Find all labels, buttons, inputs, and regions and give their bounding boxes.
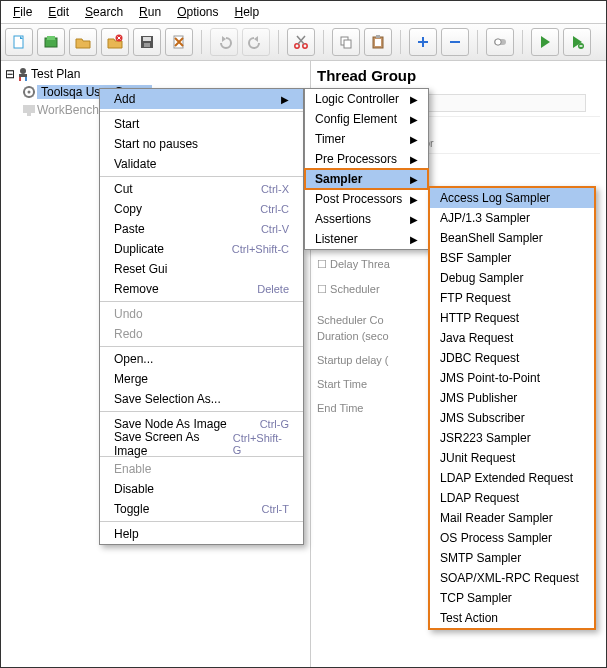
sampler-tcp-sampler[interactable]: TCP Sampler — [430, 588, 594, 608]
toolbar — [1, 24, 606, 61]
close-button[interactable] — [101, 28, 129, 56]
save-template-button[interactable] — [165, 28, 193, 56]
sampler-jsr223-sampler[interactable]: JSR223 Sampler — [430, 428, 594, 448]
cm-merge[interactable]: Merge — [100, 369, 303, 389]
sampler-bsf-sampler[interactable]: BSF Sampler — [430, 248, 594, 268]
svg-rect-14 — [344, 40, 351, 48]
cm-save-screen-image[interactable]: Save Screen As ImageCtrl+Shift-G — [100, 434, 303, 454]
menubar: File Edit Search Run Options Help — [1, 1, 606, 24]
paste-button[interactable] — [364, 28, 392, 56]
menu-search[interactable]: Search — [79, 3, 129, 21]
run-button[interactable] — [531, 28, 559, 56]
templates-button[interactable] — [37, 28, 65, 56]
context-menu: Add▶ Start Start no pauses Validate CutC… — [99, 88, 304, 545]
sm-pre-processors[interactable]: Pre Processors▶ — [305, 149, 428, 169]
save-button[interactable] — [133, 28, 161, 56]
sampler-access-log-sampler[interactable]: Access Log Sampler — [430, 188, 594, 208]
svg-rect-7 — [144, 43, 150, 47]
run-no-pause-button[interactable] — [563, 28, 591, 56]
sampler-ftp-request[interactable]: FTP Request — [430, 288, 594, 308]
cm-disable[interactable]: Disable — [100, 479, 303, 499]
expand-button[interactable] — [409, 28, 437, 56]
cm-enable[interactable]: Enable — [100, 459, 303, 479]
sampler-debug-sampler[interactable]: Debug Sampler — [430, 268, 594, 288]
separator — [100, 176, 303, 177]
sm-sampler[interactable]: Sampler▶ — [305, 169, 428, 189]
cm-duplicate[interactable]: DuplicateCtrl+Shift-C — [100, 239, 303, 259]
cm-add[interactable]: Add▶ — [100, 89, 303, 109]
sampler-mail-reader-sampler[interactable]: Mail Reader Sampler — [430, 508, 594, 528]
cm-save-selection[interactable]: Save Selection As... — [100, 389, 303, 409]
delay-label: Delay Threa — [330, 258, 390, 270]
cm-undo[interactable]: Undo — [100, 304, 303, 324]
separator — [522, 30, 523, 54]
sampler-test-action[interactable]: Test Action — [430, 608, 594, 628]
separator — [323, 30, 324, 54]
new-button[interactable] — [5, 28, 33, 56]
cm-help[interactable]: Help — [100, 524, 303, 544]
collapse-button[interactable] — [441, 28, 469, 56]
cm-start-no-pauses[interactable]: Start no pauses — [100, 134, 303, 154]
sm-post-processors[interactable]: Post Processors▶ — [305, 189, 428, 209]
svg-rect-16 — [375, 39, 381, 46]
cm-toggle[interactable]: ToggleCtrl-T — [100, 499, 303, 519]
toggle-button[interactable] — [486, 28, 514, 56]
open-button[interactable] — [69, 28, 97, 56]
sm-logic-controller[interactable]: Logic Controller▶ — [305, 89, 428, 109]
cm-remove[interactable]: RemoveDelete — [100, 279, 303, 299]
sm-listener[interactable]: Listener▶ — [305, 229, 428, 249]
cm-copy[interactable]: CopyCtrl-C — [100, 199, 303, 219]
scheduler-label: Scheduler — [330, 283, 380, 295]
cm-paste[interactable]: PasteCtrl-V — [100, 219, 303, 239]
separator — [477, 30, 478, 54]
svg-rect-3 — [47, 36, 55, 40]
cm-redo[interactable]: Redo — [100, 324, 303, 344]
sm-config-element[interactable]: Config Element▶ — [305, 109, 428, 129]
cut-button[interactable] — [287, 28, 315, 56]
svg-rect-17 — [376, 35, 380, 38]
sampler-jms-subscriber[interactable]: JMS Subscriber — [430, 408, 594, 428]
svg-rect-30 — [27, 113, 31, 116]
separator — [100, 521, 303, 522]
svg-rect-29 — [23, 105, 35, 113]
svg-marker-10 — [254, 36, 258, 42]
separator — [100, 111, 303, 112]
svg-rect-25 — [19, 77, 21, 81]
sampler-smtp-sampler[interactable]: SMTP Sampler — [430, 548, 594, 568]
menu-file[interactable]: File — [7, 3, 38, 21]
separator — [278, 30, 279, 54]
tree-root[interactable]: ⊟ Test Plan — [5, 65, 306, 83]
svg-rect-26 — [25, 77, 27, 81]
menu-options[interactable]: Options — [171, 3, 224, 21]
sampler-jms-point-to-point[interactable]: JMS Point-to-Point — [430, 368, 594, 388]
separator — [100, 346, 303, 347]
svg-point-23 — [20, 68, 26, 74]
sampler-soap-xml-rpc-request[interactable]: SOAP/XML-RPC Request — [430, 568, 594, 588]
sampler-ldap-extended-request[interactable]: LDAP Extended Request — [430, 468, 594, 488]
sampler-junit-request[interactable]: JUnit Request — [430, 448, 594, 468]
cm-cut[interactable]: CutCtrl-X — [100, 179, 303, 199]
sampler-ldap-request[interactable]: LDAP Request — [430, 488, 594, 508]
cm-reset-gui[interactable]: Reset Gui — [100, 259, 303, 279]
menu-run[interactable]: Run — [133, 3, 167, 21]
redo-button[interactable] — [242, 28, 270, 56]
sampler-os-process-sampler[interactable]: OS Process Sampler — [430, 528, 594, 548]
cm-validate[interactable]: Validate — [100, 154, 303, 174]
separator — [201, 30, 202, 54]
sampler-jdbc-request[interactable]: JDBC Request — [430, 348, 594, 368]
separator — [100, 411, 303, 412]
menu-edit[interactable]: Edit — [42, 3, 75, 21]
sm-timer[interactable]: Timer▶ — [305, 129, 428, 149]
copy-button[interactable] — [332, 28, 360, 56]
cm-open[interactable]: Open... — [100, 349, 303, 369]
separator — [100, 301, 303, 302]
sampler-ajp-1-3-sampler[interactable]: AJP/1.3 Sampler — [430, 208, 594, 228]
undo-button[interactable] — [210, 28, 238, 56]
sm-assertions[interactable]: Assertions▶ — [305, 209, 428, 229]
menu-help[interactable]: Help — [229, 3, 266, 21]
cm-start[interactable]: Start — [100, 114, 303, 134]
sampler-java-request[interactable]: Java Request — [430, 328, 594, 348]
sampler-http-request[interactable]: HTTP Request — [430, 308, 594, 328]
sampler-jms-publisher[interactable]: JMS Publisher — [430, 388, 594, 408]
sampler-beanshell-sampler[interactable]: BeanShell Sampler — [430, 228, 594, 248]
